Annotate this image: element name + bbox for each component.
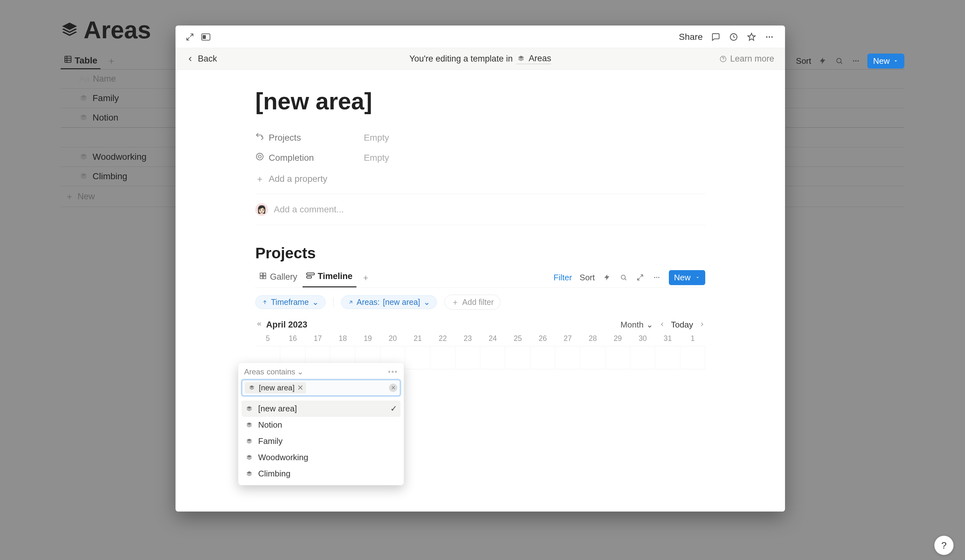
filter-option[interactable]: Woodworking [242,449,401,465]
comment-input-row[interactable]: 👩🏻 Add a comment... [255,202,705,225]
property-row-projects[interactable]: Projects Empty [255,127,705,148]
layers-icon [245,469,254,478]
timeline-column[interactable] [455,346,480,369]
granularity-selector[interactable]: Month ⌄ [620,320,653,330]
layers-icon [79,94,88,103]
chevron-down-icon: ⌄ [646,320,653,330]
new-button-label: New [674,273,690,282]
sort-button[interactable]: Sort [579,273,595,282]
add-filter-button[interactable]: ＋ Add filter [445,295,501,310]
back-button[interactable]: Back [186,54,217,64]
add-filter-label: Add filter [463,297,494,307]
filter-option[interactable]: Climbing [242,465,401,482]
property-value[interactable]: Empty [364,153,389,163]
row-title: Notion [93,113,118,123]
today-button[interactable]: Today [671,320,693,330]
add-property-label: Add a property [269,174,327,184]
collapse-icon[interactable] [255,320,262,330]
filter-condition-selector[interactable]: contains ⌄ [267,367,303,376]
entry-title[interactable]: [new area] [255,88,705,115]
timeline-column[interactable] [630,346,655,369]
timeline-column[interactable] [480,346,505,369]
more-icon[interactable]: ••• [388,367,398,376]
svg-rect-23 [307,273,314,275]
chip-areas-filter[interactable]: Areas: [new area] ⌄ [341,295,437,309]
chip-timeframe[interactable]: Timeframe ⌄ [255,295,325,309]
timeline-column[interactable] [655,346,680,369]
timeline-column[interactable] [505,346,530,369]
target-icon [255,152,264,163]
property-label: Projects [269,133,301,143]
add-property-button[interactable]: ＋ Add a property [255,168,705,194]
search-icon[interactable] [834,56,844,66]
share-button[interactable]: Share [679,32,703,42]
more-icon[interactable] [851,56,861,66]
timeline-date: 20 [380,332,405,346]
new-button[interactable]: New [867,54,904,69]
row-title: Climbing [93,171,127,181]
tab-timeline[interactable]: Timeline [303,268,357,287]
filter-option[interactable]: Family [242,433,401,449]
prev-button[interactable] [659,320,666,330]
filter-token-label: [new area] [259,383,294,392]
favorite-icon[interactable] [747,32,756,42]
page-title: Areas [83,16,151,44]
granularity-label: Month [620,320,643,330]
timeline-column[interactable] [580,346,605,369]
timeline-date: 17 [306,332,330,346]
sort-label[interactable]: Sort [796,56,811,66]
filter-option[interactable]: [new area]✓ [242,400,401,417]
filter-token[interactable]: [new area] ✕ [245,382,306,393]
expand-icon[interactable] [636,273,644,282]
tab-label: Timeline [318,271,353,281]
add-view-button[interactable]: ＋ [104,53,119,69]
add-view-button[interactable]: ＋ [358,270,374,285]
timeline-column[interactable] [405,346,430,369]
timeline-column[interactable] [680,346,705,369]
timeline-date: 31 [655,332,680,346]
filter-button[interactable]: Filter [554,273,572,282]
option-label: Notion [258,420,282,430]
updates-icon[interactable] [729,32,738,42]
more-icon[interactable] [765,32,774,42]
timeline-column[interactable] [605,346,630,369]
chip-label: Areas: [357,297,380,307]
bolt-icon[interactable] [818,56,828,66]
clear-input-button[interactable]: ✕ [389,384,397,392]
linked-db-title[interactable]: Projects [255,244,705,262]
filter-text-input[interactable] [309,383,386,392]
layers-icon [245,421,254,429]
layers-icon [245,404,254,413]
timeline-date: 30 [630,332,655,346]
remove-token-button[interactable]: ✕ [297,383,303,392]
timeline-column[interactable] [430,346,455,369]
plus-icon: ＋ [255,173,264,185]
expand-icon[interactable] [185,32,195,42]
next-button[interactable] [699,320,705,330]
search-icon[interactable] [619,273,628,282]
peek-mode-icon[interactable] [201,32,211,42]
tab-gallery[interactable]: Gallery [255,268,301,287]
gallery-icon [259,272,267,282]
learn-more-button[interactable]: Learn more [719,54,774,64]
help-button[interactable]: ? [934,536,954,555]
property-value[interactable]: Empty [364,133,389,143]
svg-point-6 [853,60,854,62]
svg-point-4 [837,58,841,63]
timeline-column[interactable] [530,346,555,369]
breadcrumb-db-link[interactable]: Areas [517,54,551,64]
more-icon[interactable] [652,273,661,282]
divider [255,225,705,225]
svg-point-17 [257,153,263,160]
filter-option[interactable]: Notion [242,417,401,433]
property-row-completion[interactable]: Completion Empty [255,148,705,168]
timeline-date: 25 [505,332,530,346]
tab-table[interactable]: Table [61,52,100,69]
bolt-icon[interactable] [602,273,612,282]
timeline-date: 22 [430,332,455,346]
filter-input[interactable]: [new area] ✕ ✕ [242,379,401,396]
new-button[interactable]: New [669,270,705,285]
comments-icon[interactable] [711,32,721,42]
timeline-column[interactable] [555,346,580,369]
timeline-date: 16 [280,332,305,346]
